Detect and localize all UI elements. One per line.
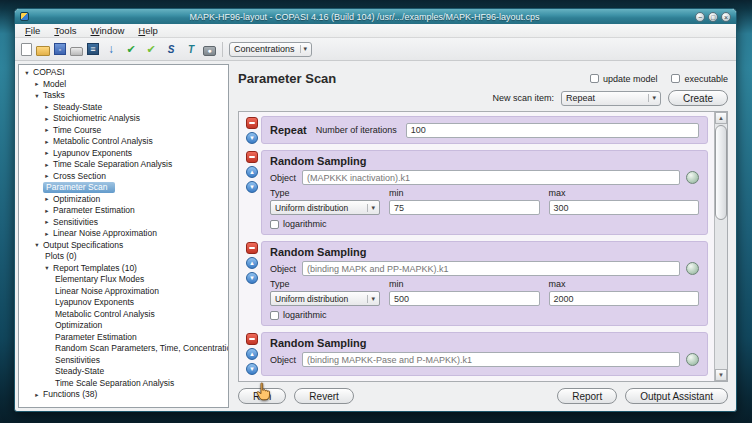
tree-item-time-course[interactable]: ▸Time Course (19, 125, 228, 137)
expand-arrow-icon[interactable]: ▸ (43, 115, 51, 123)
scrollbar-thumb[interactable] (715, 125, 727, 220)
expand-arrow-icon[interactable]: ▸ (43, 161, 51, 169)
tree-item-report-templates-10[interactable]: ▾Report Templates (10) (19, 263, 228, 275)
distribution-select[interactable]: Uniform distribution▾ (270, 291, 380, 306)
time-course-icon[interactable]: T (183, 41, 199, 57)
move-up-button[interactable]: ▲ (246, 257, 258, 269)
expand-arrow-icon[interactable]: ▸ (43, 126, 51, 134)
select-object-button[interactable] (686, 171, 699, 184)
tree-item-sensitivities[interactable]: Sensitivities (19, 355, 228, 367)
check-model-icon[interactable]: ✔ (123, 41, 139, 57)
object-input[interactable]: (binding MAPK and PP-MAPKK).k1 (302, 261, 680, 276)
expand-arrow-icon[interactable]: ▸ (33, 391, 41, 399)
steady-state-icon[interactable]: S (163, 41, 179, 57)
tree-item-lyapunov-exponents[interactable]: ▸Lyapunov Exponents (19, 148, 228, 160)
expand-arrow-icon[interactable]: ▸ (43, 218, 51, 226)
delete-item-button[interactable] (246, 151, 258, 163)
expand-arrow-icon[interactable]: ▸ (43, 195, 51, 203)
create-button[interactable]: Create (668, 90, 728, 106)
tree-item-random-scan-parameters-time-concentrations[interactable]: Random Scan Parameters, Time, Concentrat… (19, 343, 228, 355)
move-down-button[interactable]: ▼ (246, 181, 258, 193)
collapse-arrow-icon[interactable]: ▾ (23, 69, 31, 77)
tree-item-sensitivities[interactable]: ▸Sensitivities (19, 217, 228, 229)
capture-image-icon[interactable]: ● (203, 46, 216, 56)
executable-checkbox[interactable] (671, 74, 680, 83)
delete-item-button[interactable] (246, 117, 258, 129)
tree-item-steady-state[interactable]: ▸Steady-State (19, 102, 228, 114)
max-input[interactable]: 300 (549, 200, 700, 215)
tree-item-functions-38[interactable]: ▸Functions (38) (19, 389, 228, 401)
open-file-icon[interactable] (36, 46, 50, 56)
report-button[interactable]: Report (557, 388, 617, 404)
apply-changes-icon[interactable]: ✔ (143, 41, 159, 57)
tree-item-parameter-estimation[interactable]: ▸Parameter Estimation (19, 205, 228, 217)
min-input[interactable]: 500 (389, 291, 540, 306)
tree-item-time-scale-separation-analysis[interactable]: Time Scale Separation Analysis (19, 378, 228, 390)
new-file-icon[interactable] (21, 43, 32, 56)
logarithmic-checkbox[interactable] (270, 311, 279, 320)
delete-item-button[interactable] (246, 333, 258, 345)
tree-item-tasks[interactable]: ▾Tasks (19, 90, 228, 102)
tree-item-steady-state[interactable]: Steady-State (19, 366, 228, 378)
tree-item-parameter-estimation[interactable]: Parameter Estimation (19, 332, 228, 344)
tree-item-linear-noise-approximation[interactable]: Linear Noise Approximation (19, 286, 228, 298)
tree-item-elementary-flux-modes[interactable]: Elementary Flux Modes (19, 274, 228, 286)
tree-item-linear-noise-approximation[interactable]: ▸Linear Noise Approximation (19, 228, 228, 240)
iterations-input[interactable]: 100 (406, 123, 699, 138)
tree-item-optimization[interactable]: ▸Optimization (19, 194, 228, 206)
move-down-button[interactable]: ▼ (246, 272, 258, 284)
maximize-button[interactable]: □ (708, 12, 718, 22)
menu-file[interactable]: File (19, 25, 46, 36)
vertical-scrollbar[interactable]: ▲ ▼ (714, 112, 727, 381)
minimize-button[interactable]: − (695, 12, 705, 22)
tree-item-lyapunov-exponents[interactable]: Lyapunov Exponents (19, 297, 228, 309)
expand-arrow-icon[interactable]: ▸ (43, 230, 51, 238)
tree-item-model[interactable]: ▸Model (19, 79, 228, 91)
tree-item-plots-0[interactable]: Plots (0) (19, 251, 228, 263)
move-down-button[interactable]: ▼ (246, 132, 258, 144)
min-input[interactable]: 75 (389, 200, 540, 215)
select-object-button[interactable] (686, 262, 699, 275)
print-icon[interactable] (70, 47, 83, 56)
tree-item-metabolic-control-analysis[interactable]: Metabolic Control Analysis (19, 309, 228, 321)
expand-arrow-icon[interactable]: ▸ (43, 172, 51, 180)
scroll-down-icon[interactable]: ▼ (715, 369, 727, 381)
output-assistant-button[interactable]: Output Assistant (625, 388, 728, 404)
logarithmic-checkbox[interactable] (270, 220, 279, 229)
close-button[interactable]: × (721, 12, 731, 22)
object-input[interactable]: (binding MAPKK-Pase and P-MAPKK).k1 (302, 352, 680, 367)
update-model-checkbox[interactable] (590, 74, 599, 83)
distribution-select[interactable]: Uniform distribution▾ (270, 200, 380, 215)
move-up-button[interactable]: ▲ (246, 166, 258, 178)
delete-item-button[interactable] (246, 242, 258, 254)
expand-arrow-icon[interactable]: ▸ (43, 103, 51, 111)
menu-help[interactable]: Help (132, 25, 164, 36)
menu-window[interactable]: Window (85, 25, 131, 36)
object-input[interactable]: (MAPKKK inactivation).k1 (302, 170, 680, 185)
tree-item-parameter-scan[interactable]: Parameter Scan (19, 182, 228, 194)
scroll-up-icon[interactable]: ▲ (715, 112, 727, 124)
tree-item-time-scale-separation-analysis[interactable]: ▸Time Scale Separation Analysis (19, 159, 228, 171)
tree-item-cross-section[interactable]: ▸Cross Section (19, 171, 228, 183)
tree-item-stoichiometric-analysis[interactable]: ▸Stoichiometric Analysis (19, 113, 228, 125)
select-object-button[interactable] (686, 353, 699, 366)
download-model-icon[interactable]: ↓ (103, 41, 119, 57)
expand-arrow-icon[interactable]: ▸ (43, 207, 51, 215)
expand-arrow-icon[interactable]: ▸ (43, 149, 51, 157)
menu-tools[interactable]: Tools (48, 25, 82, 36)
expand-arrow-icon[interactable]: ▸ (33, 80, 41, 88)
scrollbar-track[interactable] (715, 124, 727, 369)
move-up-button[interactable]: ▲ (246, 348, 258, 360)
collapse-arrow-icon[interactable]: ▾ (43, 264, 51, 272)
run-button[interactable]: Run (238, 388, 286, 404)
collapse-arrow-icon[interactable]: ▾ (33, 241, 41, 249)
tree-item-copasi[interactable]: ▾COPASI (19, 67, 228, 79)
collapse-arrow-icon[interactable]: ▾ (33, 92, 41, 100)
titlebar[interactable]: MAPK-HF96-layout - COPASI 4.16 (Build 10… (15, 9, 736, 24)
tree-item-optimization[interactable]: Optimization (19, 320, 228, 332)
object-browser-icon[interactable]: ≡ (87, 43, 99, 55)
revert-button[interactable]: Revert (294, 388, 353, 404)
tree-item-metabolic-control-analysis[interactable]: ▸Metabolic Control Analysis (19, 136, 228, 148)
max-input[interactable]: 2000 (549, 291, 700, 306)
concentrations-select[interactable]: Concentrations ▾ (229, 42, 312, 57)
